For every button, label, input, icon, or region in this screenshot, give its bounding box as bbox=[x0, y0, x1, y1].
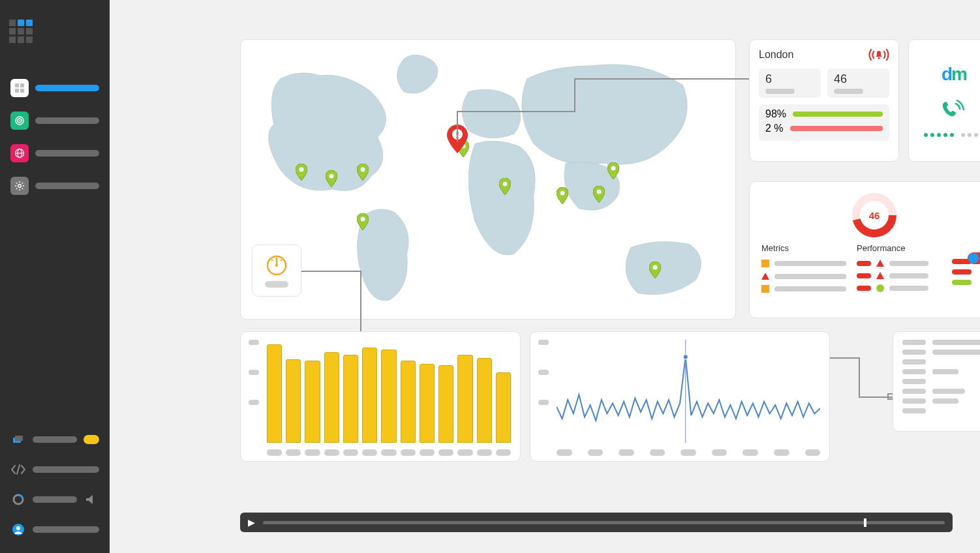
world-map[interactable] bbox=[241, 40, 735, 319]
play-icon[interactable]: ▶ bbox=[248, 517, 255, 528]
svg-rect-12 bbox=[15, 436, 23, 441]
gauge-widget[interactable] bbox=[252, 245, 301, 297]
svg-line-32 bbox=[271, 260, 273, 261]
svg-point-31 bbox=[275, 264, 278, 267]
svg-line-33 bbox=[281, 260, 282, 261]
map-pin[interactable] bbox=[557, 187, 568, 204]
map-pin[interactable] bbox=[357, 213, 369, 230]
svg-point-34 bbox=[878, 57, 880, 59]
map-pin[interactable] bbox=[499, 178, 511, 195]
alert-broadcast-icon bbox=[868, 48, 889, 62]
nav-primary bbox=[7, 76, 103, 198]
timeline-scrubber[interactable]: ▶ bbox=[240, 513, 953, 532]
svg-rect-0 bbox=[15, 83, 19, 87]
layers-icon bbox=[12, 433, 25, 446]
ring-icon bbox=[12, 493, 25, 506]
svg-rect-2 bbox=[15, 89, 19, 93]
gauge-icon bbox=[265, 254, 288, 277]
svg-point-10 bbox=[18, 185, 22, 188]
phone-ringing-icon[interactable] bbox=[939, 94, 969, 124]
metrics-card: 46 Metrics Performance bbox=[749, 181, 980, 318]
timeline-handle[interactable] bbox=[864, 518, 866, 527]
metric-item[interactable] bbox=[857, 284, 942, 292]
connector-line bbox=[301, 271, 360, 272]
metrics-col1-title: Metrics bbox=[761, 243, 846, 253]
nav-globe[interactable] bbox=[7, 141, 103, 166]
settings-icon bbox=[14, 181, 25, 191]
world-map-card bbox=[240, 39, 736, 320]
stat-box-b: 46 bbox=[827, 68, 889, 98]
map-pin[interactable] bbox=[357, 164, 369, 181]
connector-line bbox=[574, 78, 750, 80]
stat-value-b: 46 bbox=[834, 72, 883, 86]
bar-chart-card bbox=[240, 331, 521, 462]
metric-item[interactable] bbox=[761, 273, 846, 280]
status-dots bbox=[924, 133, 981, 137]
svg-point-21 bbox=[503, 182, 508, 187]
pct-fail-label: 2 % bbox=[765, 123, 784, 134]
nav-user[interactable] bbox=[7, 519, 103, 540]
svg-point-38 bbox=[683, 355, 688, 359]
bar-chart[interactable] bbox=[267, 337, 511, 443]
volume-icon bbox=[85, 495, 97, 504]
nav-target[interactable] bbox=[7, 108, 103, 133]
globe-icon bbox=[14, 148, 25, 158]
connector-line bbox=[360, 271, 361, 333]
line-chart[interactable] bbox=[557, 340, 820, 443]
svg-point-25 bbox=[653, 265, 658, 270]
pct-ok-label: 98% bbox=[765, 108, 786, 120]
performance-donut: 46 bbox=[850, 191, 898, 239]
svg-point-19 bbox=[361, 217, 365, 222]
target-icon bbox=[14, 115, 25, 126]
svg-point-16 bbox=[299, 168, 304, 172]
metrics-col2-title: Performance bbox=[857, 243, 942, 253]
svg-point-24 bbox=[611, 166, 616, 171]
brand-card: dm bbox=[908, 39, 980, 162]
svg-point-18 bbox=[361, 168, 365, 172]
stat-value-a: 6 bbox=[765, 72, 814, 86]
dashboard-icon bbox=[14, 83, 25, 93]
nav-code[interactable] bbox=[7, 459, 103, 480]
svg-point-15 bbox=[16, 526, 20, 530]
map-pin[interactable] bbox=[296, 164, 307, 181]
svg-rect-1 bbox=[20, 83, 24, 87]
location-title: London bbox=[759, 49, 793, 61]
location-detail-card: London 6 46 98% bbox=[749, 39, 899, 162]
nav-ring[interactable] bbox=[7, 489, 103, 510]
brand-logo: dm bbox=[942, 64, 966, 85]
connector-line bbox=[859, 357, 860, 396]
map-pin[interactable] bbox=[326, 170, 337, 187]
user-icon bbox=[12, 523, 25, 536]
code-icon bbox=[11, 464, 25, 475]
line-chart-card bbox=[530, 331, 830, 462]
map-pin[interactable] bbox=[649, 262, 661, 278]
main-content: London 6 46 98% bbox=[110, 0, 980, 553]
connector-line bbox=[457, 111, 458, 142]
svg-point-6 bbox=[19, 120, 20, 121]
connector-line bbox=[457, 111, 574, 112]
svg-point-22 bbox=[560, 191, 565, 196]
metric-item[interactable] bbox=[761, 260, 846, 267]
stat-box-a: 6 bbox=[759, 68, 821, 98]
svg-point-23 bbox=[597, 190, 602, 194]
svg-point-17 bbox=[329, 174, 334, 179]
connector-line bbox=[574, 78, 575, 112]
map-pin[interactable] bbox=[607, 162, 619, 179]
timeline-track[interactable] bbox=[263, 521, 945, 524]
metric-item[interactable] bbox=[857, 272, 942, 279]
app-switcher-icon[interactable] bbox=[9, 20, 103, 43]
nav-secondary bbox=[7, 429, 103, 540]
sidebar bbox=[0, 0, 110, 553]
donut-value: 46 bbox=[850, 191, 898, 239]
gauge-label bbox=[265, 281, 288, 288]
nav-dashboard[interactable] bbox=[7, 76, 103, 100]
metric-item[interactable] bbox=[857, 260, 942, 267]
map-pin[interactable] bbox=[593, 186, 605, 203]
metric-item[interactable] bbox=[761, 285, 846, 293]
metrics-toggle[interactable] bbox=[968, 252, 980, 264]
detail-list-card bbox=[893, 331, 980, 432]
nav-settings[interactable] bbox=[7, 173, 103, 198]
nav-layers[interactable] bbox=[7, 429, 103, 450]
svg-rect-3 bbox=[20, 89, 24, 93]
